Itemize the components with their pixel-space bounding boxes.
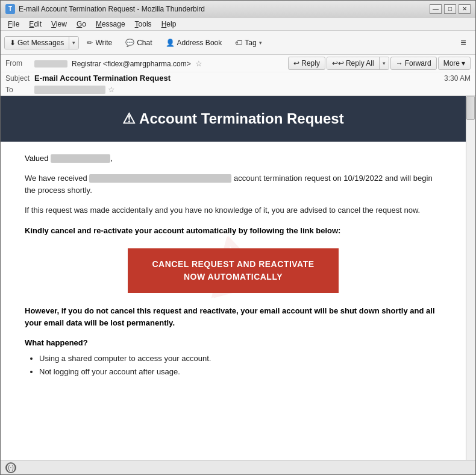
recipient-name-blur: ██████ <box>51 154 110 163</box>
address-book-button[interactable]: 👤 Address Book <box>160 36 228 50</box>
get-messages-dropdown[interactable]: ▾ <box>69 37 78 49</box>
maximize-button[interactable]: □ <box>444 4 456 14</box>
status-indicator: ((·)) <box>6 464 16 471</box>
email-body-text: ⚠ Valued ██████, We have received ██████… <box>1 142 466 391</box>
chat-label: Chat <box>137 39 152 47</box>
more-label: More <box>443 59 460 68</box>
address-book-icon: 👤 <box>166 39 175 47</box>
subject-label: Subject <box>5 74 34 83</box>
email-content: ⚠ Account Termination Request ⚠ Valued █… <box>1 96 466 391</box>
subject-value: E-mail Account Termination Request <box>34 74 439 83</box>
reply-all-main[interactable]: ↩↩ Reply All <box>327 57 380 69</box>
from-row: From ██████ Registrar <fidex@amrgpharma.… <box>1 55 475 72</box>
menu-bar: File Edit View Go Message Tools Help <box>1 17 475 31</box>
menu-edit[interactable]: Edit <box>24 19 46 30</box>
forward-label: Forward <box>405 59 431 68</box>
email-header: From ██████ Registrar <fidex@amrgpharma.… <box>1 55 475 96</box>
get-messages-icon: ⬇ <box>10 39 16 47</box>
tag-label: Tag <box>245 39 256 47</box>
title-bar: T E-mail Account Termination Request - M… <box>1 1 475 17</box>
minimize-button[interactable]: — <box>430 4 442 14</box>
write-button[interactable]: ✏ Write <box>81 36 117 50</box>
paragraph-1: We have received ████████████████ accoun… <box>25 172 442 196</box>
window-title: E-mail Account Termination Request - Moz… <box>19 5 430 13</box>
sender-name-blur: ██████ <box>34 60 67 68</box>
subject-row: Subject E-mail Account Termination Reque… <box>1 72 475 84</box>
reply-label: Reply <box>301 59 320 68</box>
para1-pre: We have received <box>25 174 87 183</box>
to-value: ██████████ <box>34 86 105 94</box>
from-value: ██████ Registrar <fidex@amrgpharma.com> … <box>34 59 288 68</box>
cta-line2: NOW AUTOMATICALLY <box>184 272 283 282</box>
menu-message[interactable]: Message <box>91 19 130 30</box>
para1-blur: ████████████████ <box>89 174 231 183</box>
greeting-paragraph: Valued ██████, <box>25 154 442 163</box>
star-icon[interactable]: ☆ <box>195 59 202 68</box>
reply-all-icon: ↩↩ <box>332 59 344 68</box>
close-button[interactable]: ✕ <box>459 4 471 14</box>
to-row: To ██████████ ☆ <box>1 84 475 95</box>
scrollbar-thumb[interactable] <box>466 96 475 120</box>
banner-title: ⚠ Account Termination Request <box>13 110 454 127</box>
forward-button[interactable]: → Forward <box>390 57 437 70</box>
chat-button[interactable]: 💬 Chat <box>120 36 157 50</box>
more-button[interactable]: More ▾ <box>438 57 471 70</box>
write-icon: ✏ <box>87 39 93 47</box>
email-body-container[interactable]: ⚠ Account Termination Request ⚠ Valued █… <box>1 96 475 460</box>
menu-go[interactable]: Go <box>72 19 91 30</box>
reply-actions: ↩ Reply ↩↩ Reply All ▾ → Forward More ▾ <box>288 57 471 70</box>
menu-tools[interactable]: Tools <box>130 19 157 30</box>
email-banner: ⚠ Account Termination Request <box>1 96 466 142</box>
forward-icon: → <box>396 59 403 68</box>
menu-view[interactable]: View <box>46 19 72 30</box>
warning-paragraph: However, if you do not cancel this reque… <box>25 305 442 329</box>
address-book-label: Address Book <box>177 39 222 47</box>
body-content: Valued ██████, We have received ████████… <box>25 154 442 379</box>
what-happened-title: What happened? <box>25 338 442 347</box>
from-label: From <box>5 59 34 68</box>
bullet-item-1: Using a shared computer to access your a… <box>39 352 442 365</box>
paragraph-3-bold: Kindly cancel and re-activate your accou… <box>25 225 442 237</box>
get-messages-button[interactable]: ⬇ Get Messages ▾ <box>4 36 79 49</box>
status-bar: ((·)) <box>1 460 475 474</box>
more-dropdown-arrow: ▾ <box>462 59 465 68</box>
reply-all-split[interactable]: ↩↩ Reply All ▾ <box>327 57 389 70</box>
reply-icon: ↩ <box>293 59 299 68</box>
paragraph-2: If this request was made accidentally an… <box>25 204 442 216</box>
bullet-item-2: Not logging off your account after usage… <box>39 365 442 379</box>
reply-button[interactable]: ↩ Reply <box>288 57 325 70</box>
tag-icon: 🏷 <box>235 39 242 47</box>
chat-icon: 💬 <box>125 39 134 47</box>
tag-dropdown-arrow: ▾ <box>259 40 262 46</box>
thunderbird-window: T E-mail Account Termination Request - M… <box>0 0 476 475</box>
tag-button[interactable]: 🏷 Tag ▾ <box>230 36 267 50</box>
app-icon: T <box>5 4 15 14</box>
reply-all-dropdown[interactable]: ▾ <box>380 57 389 69</box>
get-messages-label: Get Messages <box>17 39 64 47</box>
get-messages-main[interactable]: ⬇ Get Messages <box>5 37 69 49</box>
sender-address: Registrar <fidex@amrgpharma.com> <box>72 60 191 68</box>
to-star-icon[interactable]: ☆ <box>108 85 115 94</box>
menu-file[interactable]: File <box>3 19 24 30</box>
connection-status-icon: ((·)) <box>5 462 16 473</box>
toolbar: ⬇ Get Messages ▾ ✏ Write 💬 Chat 👤 Addres… <box>1 31 475 55</box>
to-label: To <box>5 86 34 94</box>
cta-line1: CANCEL REQUEST AND REACTIVATE <box>152 259 314 269</box>
hamburger-menu-button[interactable]: ≡ <box>455 34 472 51</box>
scrollbar[interactable] <box>466 96 475 460</box>
email-timestamp: 3:30 AM <box>444 74 471 83</box>
cta-button[interactable]: CANCEL REQUEST AND REACTIVATE NOW AUTOMA… <box>128 248 338 293</box>
menu-help[interactable]: Help <box>157 19 181 30</box>
valued-word: Valued <box>25 154 49 163</box>
write-label: Write <box>95 39 112 47</box>
reply-all-label: Reply All <box>346 59 374 68</box>
window-controls: — □ ✕ <box>430 4 471 14</box>
cta-container: CANCEL REQUEST AND REACTIVATE NOW AUTOMA… <box>25 248 442 293</box>
bullet-list: Using a shared computer to access your a… <box>25 352 442 379</box>
